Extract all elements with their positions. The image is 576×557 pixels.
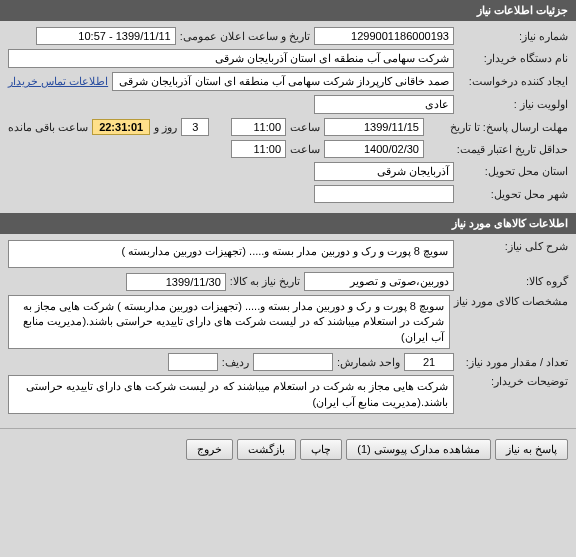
need-info-panel: شماره نیاز: 1299001186000193 تاریخ و ساع… [0,21,576,213]
row-num-label: ردیف: [222,356,249,369]
goods-desc-label: شرح کلی نیاز: [458,240,568,253]
city-value [314,185,454,203]
row-num-value [168,353,218,371]
need-number-value: 1299001186000193 [314,27,454,45]
validity-date-value: 1400/02/30 [324,140,424,158]
requester-label: ایجاد کننده درخواست: [458,75,568,88]
days-left-suffix: روز و [154,121,177,134]
countdown-suffix: ساعت باقی مانده [8,121,88,134]
back-button[interactable]: بازگشت [237,439,296,460]
print-button[interactable]: چاپ [300,439,342,460]
buyer-org-value: شرکت سهامی آب منطقه ای استان آذربایجان ش… [8,49,454,68]
goods-info-panel: شرح کلی نیاز: سویچ 8 پورت و رک و دوربین … [0,234,576,424]
unit-value [253,353,333,371]
buyer-notes-value: شرکت هایی مجاز به شرکت در استعلام میباشن… [8,375,454,414]
goods-info-header: اطلاعات کالاهای مورد نیاز [0,213,576,234]
priority-label: اولویت نیاز : [458,98,568,111]
attachments-button[interactable]: مشاهده مدارک پیوستی (1) [346,439,491,460]
exit-button[interactable]: خروج [186,439,233,460]
goods-group-value: دوربین،صوتی و تصویر [304,272,454,291]
requester-value: صمد خاقانی کارپرداز شرکت سهامی آب منطقه … [112,72,454,91]
need-info-header: جزئیات اطلاعات نیاز [0,0,576,21]
goods-date-label: تاریخ نیاز به کالا: [230,275,300,288]
deadline-label: مهلت ارسال پاسخ: تا تاریخ [428,121,568,134]
qty-value: 21 [404,353,454,371]
days-left-value: 3 [181,118,209,136]
validity-time-value: 11:00 [231,140,286,158]
priority-value: عادی [314,95,454,114]
goods-date-value: 1399/11/30 [126,273,226,291]
goods-desc-value: سویچ 8 پورت و رک و دوربین مدار بسته و...… [8,240,454,268]
goods-spec-value: سویچ 8 پورت و رک و دوربین مدار بسته و...… [8,295,450,349]
deadline-date-value: 1399/11/15 [324,118,424,136]
deadline-time-label: ساعت [290,121,320,134]
button-bar: پاسخ به نیاز مشاهده مدارک پیوستی (1) چاپ… [0,433,576,466]
city-label: شهر محل تحویل: [458,188,568,201]
qty-label: تعداد / مقدار مورد نیاز: [458,356,568,369]
need-number-label: شماره نیاز: [458,30,568,43]
goods-spec-label: مشخصات کالای مورد نیاز [454,295,568,308]
province-label: استان محل تحویل: [458,165,568,178]
deadline-time-value: 11:00 [231,118,286,136]
validity-time-label: ساعت [290,143,320,156]
respond-button[interactable]: پاسخ به نیاز [495,439,568,460]
announce-label: تاریخ و ساعت اعلان عمومی: [180,30,310,43]
divider [0,428,576,429]
buyer-org-label: نام دستگاه خریدار: [458,52,568,65]
validity-label: حداقل تاریخ اعتبار قیمت: [428,143,568,156]
goods-group-label: گروه کالا: [458,275,568,288]
countdown-timer: 22:31:01 [92,119,150,135]
unit-label: واحد شمارش: [337,356,400,369]
province-value: آذربایجان شرقی [314,162,454,181]
announce-value: 1399/11/11 - 10:57 [36,27,176,45]
buyer-notes-label: توضیحات خریدار: [458,375,568,388]
buyer-contact-link[interactable]: اطلاعات تماس خریدار [8,75,108,88]
